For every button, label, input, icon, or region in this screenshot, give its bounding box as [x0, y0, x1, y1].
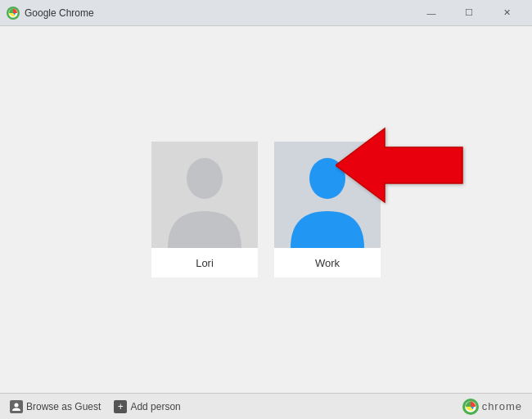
svg-point-3 [187, 158, 223, 199]
lori-name-label: Lori [196, 257, 214, 269]
profile-card-lori[interactable]: Lori [151, 142, 258, 277]
add-person-icon: + [114, 400, 127, 413]
main-content: Lori ▾ Work [0, 26, 532, 393]
chrome-logo-icon [7, 7, 20, 20]
browse-as-guest-action[interactable]: Browse as Guest [10, 400, 101, 413]
bottom-left-actions: Browse as Guest + Add person [10, 400, 181, 413]
add-person-label: Add person [130, 401, 180, 412]
minimize-button[interactable]: — [413, 0, 450, 26]
red-arrow-indicator [336, 124, 467, 206]
bottom-bar: Browse as Guest + Add person chrome [0, 393, 532, 419]
lori-avatar-icon [160, 150, 250, 248]
lori-avatar-area [151, 142, 258, 248]
lori-name-bar: Lori [151, 248, 258, 277]
titlebar-controls: — ☐ ✕ [413, 0, 525, 26]
svg-marker-5 [336, 128, 462, 202]
titlebar-left: Google Chrome [7, 7, 94, 20]
work-name-label: Work [315, 257, 340, 269]
chrome-logo-bottom-icon [462, 399, 479, 415]
titlebar: Google Chrome — ☐ ✕ [0, 0, 532, 26]
svg-point-6 [15, 403, 19, 407]
add-person-action[interactable]: + Add person [114, 400, 180, 413]
maximize-button[interactable]: ☐ [450, 0, 488, 26]
browse-guest-label: Browse as Guest [26, 401, 101, 412]
browse-guest-icon [10, 400, 23, 413]
close-button[interactable]: ✕ [488, 0, 525, 26]
work-name-bar: Work [274, 248, 381, 277]
titlebar-title: Google Chrome [25, 7, 94, 19]
bottom-right: chrome [462, 399, 522, 415]
chrome-brand-label: chrome [482, 400, 522, 412]
